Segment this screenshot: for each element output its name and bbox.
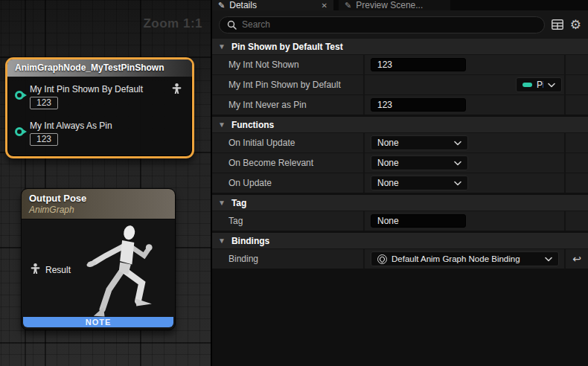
property-row-on-initial-update: On Initial Update None (212, 132, 588, 152)
mannequin-image (60, 222, 172, 326)
section-collapse-arrow-icon[interactable]: ▼ (218, 121, 226, 129)
pin-visibility-value: Pin (537, 80, 543, 90)
section-collapse-arrow-icon[interactable]: ▼ (218, 199, 226, 207)
revert-arrow-icon[interactable]: ↩ (564, 249, 588, 269)
chevron-down-icon (548, 83, 555, 88)
result-pose-pin-icon[interactable] (31, 263, 40, 277)
unreal-editor-window: Zoom 1:1 AnimGraphNode_MyTestPinShown My… (0, 0, 588, 366)
dropdown-value: None (377, 178, 450, 188)
output-pose-node[interactable]: Output Pose AnimGraph Resu (21, 188, 176, 330)
property-row-my-int-never-as-pin: My Int Never as Pin (212, 94, 588, 115)
tab-bar: ✎ Details ✕ ✎ Preview Scene... (212, 0, 588, 10)
pin-value-box[interactable]: 123 (30, 133, 58, 146)
pin-visibility-dropdown[interactable]: Pin (516, 77, 562, 92)
settings-gear-icon[interactable]: ⚙ (570, 19, 581, 31)
on-initial-update-dropdown[interactable]: None (371, 135, 468, 150)
anim-graph-node-mytestpinshown[interactable]: AnimGraphNode_MyTestPinShown My Int Pin … (5, 57, 194, 158)
section-collapse-arrow-icon[interactable]: ▼ (218, 237, 226, 245)
details-panel: ✎ Details ✕ ✎ Preview Scene... ⚙ (212, 0, 588, 366)
result-pin-row[interactable]: Result (31, 263, 71, 277)
pin-label: My Int Pin Shown By Default (30, 84, 143, 94)
property-label: On Initial Update (212, 138, 363, 148)
property-row-on-update: On Update None (212, 173, 588, 193)
my-int-never-as-pin-input[interactable] (371, 98, 466, 112)
zoom-level-indicator: Zoom 1:1 (143, 16, 202, 31)
chevron-down-icon (454, 161, 461, 166)
binding-dropdown[interactable]: Default Anim Graph Node Binding (371, 251, 559, 266)
binding-class-icon (377, 254, 387, 264)
pin-value-box[interactable]: 123 (30, 97, 58, 109)
my-int-not-shown-input[interactable] (371, 58, 466, 71)
section-functions[interactable]: ▼ Functions (212, 117, 588, 132)
reset-column (564, 211, 588, 231)
binding-value: Default Anim Graph Node Binding (392, 254, 540, 263)
tab-details[interactable]: ✎ Details ✕ (212, 0, 333, 10)
pin-row: My Int Pin Shown By Default 123 (15, 84, 143, 109)
section-title: Functions (231, 120, 274, 130)
property-label: Tag (212, 216, 363, 226)
output-node-title: Output Pose (29, 193, 175, 204)
property-label: Binding (212, 254, 363, 264)
property-row-tag: Tag (212, 211, 588, 231)
result-pin-label: Result (45, 265, 71, 275)
pin-pill-icon (523, 83, 532, 87)
pin-label: My Int Always As Pin (30, 121, 112, 131)
section-bindings[interactable]: ▼ Bindings (212, 233, 588, 248)
on-become-relevant-dropdown[interactable]: None (371, 155, 468, 170)
reset-column (564, 173, 588, 193)
display-filter-icon[interactable] (552, 19, 563, 30)
section-collapse-arrow-icon[interactable]: ▼ (218, 42, 226, 51)
tab-preview-scene[interactable]: ✎ Preview Scene... (339, 0, 450, 10)
property-label: On Update (212, 178, 363, 188)
node-title[interactable]: AnimGraphNode_MyTestPinShown (7, 60, 192, 77)
section-tag[interactable]: ▼ Tag (212, 195, 588, 211)
search-row: ⚙ (212, 10, 588, 39)
property-label: On Become Relevant (212, 158, 363, 168)
chevron-down-icon (454, 181, 461, 186)
section-title: Bindings (231, 236, 269, 246)
preview-pen-icon: ✎ (345, 1, 351, 9)
reset-column (564, 75, 588, 94)
reset-column (564, 133, 588, 152)
note-bar[interactable]: NOTE (23, 317, 173, 327)
property-row-my-int-not-shown: My Int Not Shown (212, 54, 588, 74)
property-label: My Int Never as Pin (212, 100, 363, 110)
reset-column (564, 153, 588, 173)
tab-details-label: Details (229, 0, 257, 10)
dropdown-value: None (377, 138, 450, 148)
pose-output-pin-icon[interactable] (172, 83, 182, 97)
reset-column (564, 55, 588, 74)
chevron-down-icon (454, 141, 461, 146)
dropdown-value: None (377, 158, 450, 168)
output-node-header[interactable]: Output Pose AnimGraph (22, 189, 175, 219)
details-pen-icon: ✎ (218, 1, 225, 9)
properties-list: ▼ Pin Shown by Default Test My Int Not S… (212, 39, 588, 366)
section-title: Pin Shown by Default Test (231, 42, 343, 52)
property-row-on-become-relevant: On Become Relevant None (212, 152, 588, 173)
tag-input[interactable] (371, 214, 466, 228)
anim-graph-canvas[interactable]: Zoom 1:1 AnimGraphNode_MyTestPinShown My… (0, 0, 211, 366)
int-pin-icon[interactable] (15, 91, 24, 100)
tab-preview-label: Preview Scene... (356, 0, 423, 10)
search-icon (227, 20, 237, 30)
tab-close-icon[interactable]: ✕ (322, 1, 327, 10)
property-label: My Int Pin Shown by Default (212, 80, 363, 90)
property-row-my-int-pin-shown-by-default: My Int Pin Shown by Default Pin (212, 74, 588, 94)
property-label: My Int Not Shown (212, 60, 363, 70)
int-pin-icon[interactable] (15, 127, 24, 136)
search-box[interactable] (219, 16, 545, 33)
chevron-down-icon (545, 257, 552, 262)
output-node-subtitle: AnimGraph (29, 205, 175, 215)
pin-row: My Int Always As Pin 123 (15, 121, 112, 146)
search-input[interactable] (242, 19, 537, 30)
section-title: Tag (231, 198, 246, 208)
property-row-binding: Binding Default Anim Graph Node Binding … (212, 248, 588, 269)
reset-column (564, 95, 588, 115)
on-update-dropdown[interactable]: None (371, 176, 468, 190)
section-pin-shown-by-default-test[interactable]: ▼ Pin Shown by Default Test (212, 39, 588, 54)
